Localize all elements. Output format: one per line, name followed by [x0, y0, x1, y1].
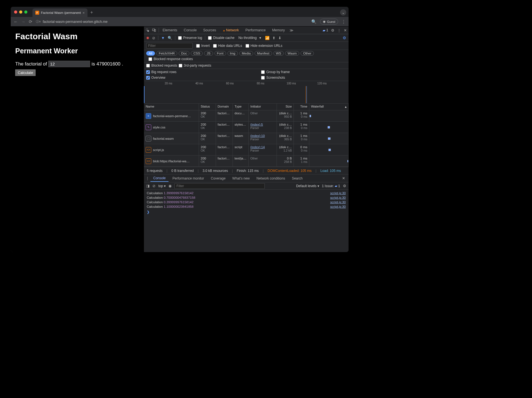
live-expression-icon[interactable]: ◉ — [168, 184, 172, 188]
network-row[interactable]: <>script.js 200OK factori… script (index… — [144, 144, 349, 156]
search-icon[interactable]: 🔍 — [168, 36, 172, 40]
record-button[interactable] — [146, 36, 149, 40]
drawer-menu-icon[interactable]: ⋮ — [146, 176, 149, 180]
log-source-link[interactable]: script.js:30 — [330, 196, 346, 199]
disable-cache-checkbox[interactable]: Disable cache — [208, 36, 234, 40]
load-marker — [306, 86, 307, 103]
network-row[interactable]: ✎style.css 200OK factori… styles… (index… — [144, 122, 349, 133]
type-pill-media[interactable]: Media — [239, 51, 253, 56]
col-header-time[interactable]: Time — [294, 104, 309, 110]
hide-extension-urls-checkbox[interactable]: Hide extension URLs — [246, 44, 283, 48]
filter-input[interactable] — [146, 43, 193, 49]
console-filter-input[interactable] — [174, 183, 265, 189]
nav-reload-button[interactable]: ⟳ — [29, 19, 32, 24]
tab-close-icon[interactable]: × — [82, 11, 85, 15]
tabs-overflow-button[interactable]: ≫ — [288, 28, 295, 32]
overview-checkbox[interactable]: Overview — [146, 76, 176, 80]
inspect-icon[interactable] — [146, 28, 151, 32]
log-source-link[interactable]: script.js:30 — [330, 200, 346, 204]
screenshots-checkbox[interactable]: Screenshots — [261, 76, 290, 80]
console-issues[interactable]: 1 Issue: ▰ 1 — [322, 184, 340, 188]
tabs-dropdown-button[interactable]: ⌄ — [340, 9, 346, 16]
clear-button[interactable]: ⊘ — [152, 36, 155, 40]
type-pill-js[interactable]: JS — [204, 51, 213, 56]
devtools-menu-icon[interactable]: ⋮ — [337, 28, 341, 32]
filter-toggle-icon[interactable]: ▼ — [161, 36, 165, 40]
type-pill-manifest[interactable]: Manifest — [255, 51, 272, 56]
invert-checkbox[interactable]: Invert — [196, 44, 210, 48]
network-row[interactable]: ≡factorial-wasm-permane… 200OK factori… … — [144, 110, 349, 122]
network-row[interactable]: ⬚factorial.wasm 200OK factori… wasm (ind… — [144, 133, 349, 144]
drawer-tab-coverage[interactable]: Coverage — [208, 175, 228, 181]
type-pill-wasm[interactable]: Wasm — [285, 51, 299, 56]
type-pill-font[interactable]: Font — [214, 51, 226, 56]
zoom-icon[interactable]: 🔍 — [311, 19, 317, 24]
blocked-cookies-checkbox[interactable]: Blocked response cookies — [148, 57, 193, 61]
console-prompt[interactable]: ❯ — [147, 209, 346, 215]
type-pill-all[interactable]: All — [146, 51, 155, 56]
drawer-tab-netcond[interactable]: Network conditions — [254, 175, 288, 181]
context-select[interactable]: top ▾ — [158, 184, 166, 188]
factorial-input[interactable] — [48, 61, 90, 67]
console-sidebar-icon[interactable]: ◨ — [146, 184, 150, 188]
issues-badge[interactable]: ▰1 — [323, 28, 328, 32]
nav-back-button[interactable]: ← — [14, 19, 18, 24]
devtools-close-icon[interactable]: ✕ — [344, 28, 347, 32]
blocked-requests-checkbox[interactable]: Blocked requests — [146, 64, 177, 67]
tab-elements[interactable]: Elements — [160, 27, 180, 33]
col-header-size[interactable]: Size — [277, 104, 294, 110]
tab-sources[interactable]: Sources — [200, 27, 219, 33]
drawer-tab-perfmon[interactable]: Performance monitor — [170, 175, 207, 181]
drawer-close-icon[interactable]: ✕ — [340, 176, 347, 180]
type-pill-img[interactable]: Img — [227, 51, 238, 56]
window-zoom[interactable] — [24, 10, 27, 14]
big-rows-checkbox[interactable]: Big request rows — [146, 70, 176, 74]
profile-guest-button[interactable]: ◉ Guest — [320, 19, 338, 25]
console-clear-icon[interactable]: ⊘ — [152, 184, 156, 188]
col-header-waterfall[interactable]: Waterfall▴ — [309, 104, 349, 110]
levels-select[interactable]: Default levels ▾ — [296, 184, 319, 188]
type-pill-css[interactable]: CSS — [191, 51, 203, 56]
col-header-name[interactable]: Name — [144, 104, 199, 110]
browser-tab[interactable]: F Factorial Wasm (permanent × — [32, 8, 87, 17]
network-conditions-icon[interactable]: 📶 — [265, 36, 270, 40]
hide-data-urls-checkbox[interactable]: Hide data URLs — [213, 44, 242, 48]
tab-memory[interactable]: Memory — [269, 27, 288, 33]
devtools-settings-icon[interactable]: ⚙ — [331, 28, 334, 32]
new-tab-button[interactable]: + — [90, 10, 93, 15]
log-source-link[interactable]: script.js:30 — [330, 205, 346, 208]
group-frame-checkbox[interactable]: Group by frame — [261, 70, 290, 74]
col-header-status[interactable]: Status — [199, 104, 216, 110]
third-party-checkbox[interactable]: 3rd-party requests — [179, 64, 211, 67]
drawer-tab-console[interactable]: Console — [150, 175, 168, 182]
tab-performance[interactable]: Performance — [243, 27, 269, 33]
type-pill-fetch[interactable]: Fetch/XHR — [156, 51, 177, 56]
drawer-tab-search[interactable]: Search — [289, 175, 305, 181]
col-header-domain[interactable]: Domain — [216, 104, 233, 110]
nav-forward-button[interactable]: → — [21, 19, 25, 24]
col-header-initiator[interactable]: Initiator — [249, 104, 277, 110]
download-har-icon[interactable]: ⬇ — [278, 36, 281, 40]
throttling-select[interactable]: No throttling ▾ — [237, 35, 262, 40]
browser-menu-button[interactable]: ⋮ — [341, 19, 346, 24]
site-settings-icon[interactable]: ⓘ≡ — [36, 19, 41, 24]
upload-har-icon[interactable]: ⬆ — [272, 36, 275, 40]
type-pill-other[interactable]: Other — [301, 51, 314, 56]
calculate-button[interactable]: Calculate — [15, 69, 36, 76]
network-settings-icon[interactable]: ⚙ — [343, 36, 346, 40]
col-header-type[interactable]: Type — [233, 104, 249, 110]
address-bar[interactable]: ⓘ≡ factorial-wasm-permanent-worker.glitc… — [36, 19, 308, 24]
tab-console[interactable]: Console — [181, 27, 200, 33]
device-toggle-icon[interactable] — [152, 28, 158, 32]
drawer-tab-whatsnew[interactable]: What's new — [229, 175, 253, 181]
window-minimize[interactable] — [19, 10, 22, 14]
window-close[interactable] — [14, 10, 17, 14]
type-pill-doc[interactable]: Doc — [179, 51, 189, 56]
console-settings-icon[interactable]: ⚙ — [343, 184, 346, 188]
preserve-log-checkbox[interactable]: Preserve log — [178, 36, 202, 40]
type-pill-ws[interactable]: WS — [273, 51, 284, 56]
log-source-link[interactable]: script.js:30 — [330, 191, 346, 195]
network-row[interactable]: <>blob:https://factorial-wa… 200OK facto… — [144, 156, 349, 167]
tab-network[interactable]: ▲Network — [220, 27, 242, 33]
timeline-overview[interactable]: 20 ms 40 ms 60 ms 80 ms 100 ms 120 ms — [144, 81, 349, 104]
